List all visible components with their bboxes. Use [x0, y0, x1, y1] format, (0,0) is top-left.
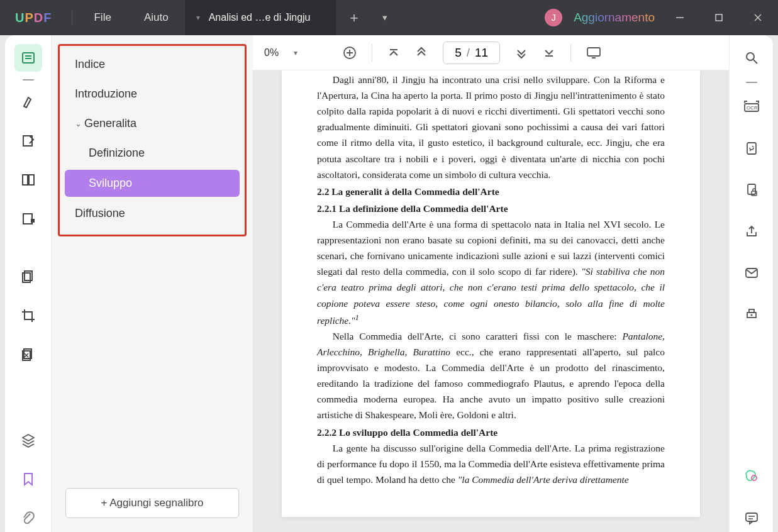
content-area: 0% ▾ 5 / 11 Dagli anni'80, il Jingju ha …	[253, 35, 729, 532]
user-avatar[interactable]: J	[545, 9, 562, 26]
ai-assistant-icon[interactable]	[738, 463, 765, 490]
share-icon[interactable]	[738, 218, 765, 245]
svg-rect-34	[749, 309, 754, 313]
watermark-tool-icon[interactable]	[14, 341, 42, 369]
doc-paragraph: La gente ha discusso sull'origine della …	[317, 440, 665, 487]
next-page-icon[interactable]	[515, 47, 528, 59]
minimize-button[interactable]	[666, 0, 694, 35]
search-icon[interactable]	[738, 44, 765, 72]
maximize-button[interactable]	[705, 0, 733, 35]
highlight-tool-icon[interactable]	[14, 88, 42, 116]
reader-mode-icon[interactable]	[14, 44, 42, 72]
email-icon[interactable]	[738, 259, 765, 287]
chevron-down-icon: ⌄	[75, 119, 82, 128]
print-icon[interactable]	[738, 301, 765, 328]
bookmark-diffusione[interactable]: Diffusione	[61, 199, 243, 228]
bookmark-sviluppo[interactable]: Sviluppo	[65, 170, 240, 197]
bookmark-generalita[interactable]: ⌄ Generalita	[61, 109, 243, 138]
organize-pages-icon[interactable]	[14, 263, 42, 291]
document-viewport[interactable]: Dagli anni'80, il Jingju ha incontrato u…	[253, 70, 729, 532]
svg-line-26	[753, 60, 757, 64]
comments-icon[interactable]	[738, 504, 765, 532]
menu-file[interactable]: File	[77, 11, 127, 24]
bookmark-definizione[interactable]: Definizione	[61, 138, 243, 168]
bookmarks-panel: Indice Introduzione ⌄ Generalita Definiz…	[52, 35, 253, 532]
edit-text-icon[interactable]	[14, 127, 42, 155]
page-layout-icon[interactable]	[14, 166, 42, 194]
tab-title: Analisi ed …e di Jingju	[209, 12, 311, 23]
new-tab-button[interactable]: ＋	[336, 8, 372, 27]
document-page: Dagli anni'80, il Jingju ha incontrato u…	[282, 70, 700, 517]
upgrade-button[interactable]: Aggiornamento	[574, 11, 655, 25]
total-pages: 11	[475, 46, 488, 60]
menu-help[interactable]: Aiuto	[128, 11, 185, 24]
left-tool-rail	[5, 35, 52, 532]
svg-rect-29	[747, 143, 756, 154]
svg-rect-23	[587, 48, 600, 56]
app-logo: UPDF	[0, 11, 67, 25]
tabs-dropdown-icon[interactable]: ▾	[372, 12, 397, 23]
doc-heading: 2.2.2 Lo sviluppo della Commedia dell'Ar…	[317, 424, 665, 440]
doc-heading: 2.2.1 La definizione della Commedia dell…	[317, 201, 665, 216]
svg-rect-1	[716, 14, 722, 21]
protect-icon[interactable]	[738, 176, 765, 204]
svg-rect-37	[746, 513, 757, 521]
svg-rect-9	[29, 175, 34, 185]
add-bookmark-button[interactable]: + Aggiungi segnalibro	[65, 488, 239, 518]
attachments-icon[interactable]	[14, 504, 42, 532]
bookmarks-icon[interactable]	[14, 465, 42, 493]
svg-point-25	[747, 53, 754, 60]
page-indicator[interactable]: 5 / 11	[443, 42, 500, 64]
first-page-icon[interactable]	[387, 47, 400, 59]
titlebar: UPDF File Aiuto ▾ Analisi ed …e di Jingj…	[0, 0, 778, 35]
doc-paragraph: La Commedia dell'Arte è una forma di spe…	[317, 216, 665, 328]
bookmark-introduzione[interactable]: Introduzione	[61, 79, 243, 109]
zoom-level: 0%	[264, 47, 279, 58]
svg-text:OCR: OCR	[747, 105, 758, 111]
rail-separator	[23, 79, 34, 80]
doc-heading: 2.2 La generalit à della Commedia dell'A…	[317, 184, 665, 199]
add-page-icon[interactable]	[343, 46, 357, 60]
tab-menu-icon[interactable]: ▾	[196, 13, 200, 22]
document-tab[interactable]: ▾ Analisi ed …e di Jingju	[185, 0, 336, 35]
prev-page-icon[interactable]	[415, 47, 428, 59]
form-tool-icon[interactable]	[14, 205, 42, 233]
bookmarks-list-highlight: Indice Introduzione ⌄ Generalita Definiz…	[58, 44, 247, 236]
layers-icon[interactable]	[14, 426, 42, 454]
current-page: 5	[455, 46, 462, 60]
app-body: Indice Introduzione ⌄ Generalita Definiz…	[5, 35, 773, 532]
last-page-icon[interactable]	[543, 47, 555, 59]
rail-separator	[746, 82, 757, 83]
doc-paragraph: Nella Commedia dell'Arte, ci sono caratt…	[317, 328, 665, 423]
svg-rect-10	[23, 214, 32, 224]
crop-tool-icon[interactable]	[14, 302, 42, 330]
top-toolbar: 0% ▾ 5 / 11	[253, 35, 729, 70]
svg-point-35	[750, 314, 752, 316]
right-tool-rail: OCR	[729, 35, 773, 532]
svg-rect-11	[31, 219, 35, 223]
close-button[interactable]	[744, 0, 772, 35]
bookmark-indice[interactable]: Indice	[61, 50, 243, 79]
presentation-icon[interactable]	[586, 47, 601, 59]
svg-rect-8	[23, 175, 28, 185]
doc-paragraph: Dagli anni'80, il Jingju ha incontrato u…	[317, 72, 665, 182]
convert-icon[interactable]	[738, 135, 765, 162]
zoom-dropdown-icon[interactable]: ▾	[294, 48, 297, 57]
ocr-icon[interactable]: OCR	[738, 93, 765, 121]
